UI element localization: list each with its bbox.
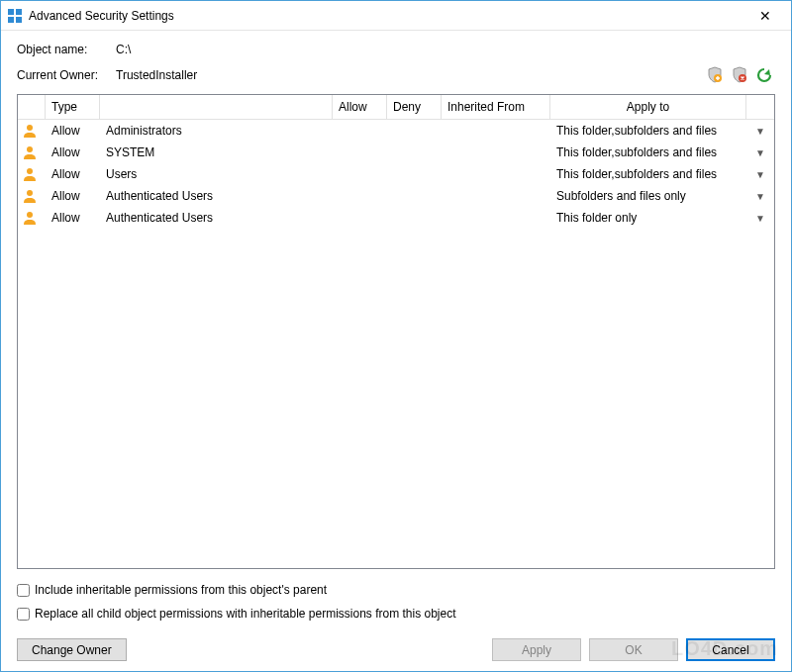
table-header: Type Allow Deny Inherited From Apply to — [18, 95, 774, 120]
cell-type: Allow — [46, 144, 100, 161]
cell-deny — [387, 194, 442, 198]
permissions-table: Type Allow Deny Inherited From Apply to … — [17, 94, 775, 569]
replace-child-label[interactable]: Replace all child object permissions wit… — [35, 607, 456, 621]
button-row: Change Owner Apply OK Cancel — [17, 630, 775, 661]
chevron-down-icon[interactable]: ▼ — [746, 167, 774, 182]
user-icon — [18, 164, 46, 184]
table-row[interactable]: AllowUsersThis folder,subfolders and fil… — [18, 163, 774, 185]
cell-name: Administrators — [100, 122, 333, 140]
shield-add-icon[interactable] — [704, 64, 726, 86]
table-row[interactable]: AllowAuthenticated UsersSubfolders and f… — [18, 185, 774, 207]
ok-button: OK — [589, 638, 678, 661]
cell-apply: This folder only — [550, 209, 746, 227]
refresh-icon[interactable] — [753, 64, 775, 86]
col-header-dropdown — [746, 95, 774, 119]
svg-rect-0 — [8, 9, 14, 15]
chevron-down-icon[interactable]: ▼ — [746, 189, 774, 204]
table-body: AllowAdministratorsThis folder,subfolder… — [18, 120, 774, 568]
chevron-down-icon[interactable]: ▼ — [746, 211, 774, 226]
change-owner-button[interactable]: Change Owner — [17, 638, 127, 661]
cell-type: Allow — [46, 187, 100, 205]
user-icon — [18, 121, 46, 141]
cell-inherited — [442, 216, 550, 220]
cancel-button[interactable]: Cancel — [686, 638, 775, 661]
cell-name: Authenticated Users — [100, 187, 333, 205]
user-icon — [18, 143, 46, 162]
include-inheritable-checkbox[interactable] — [17, 584, 30, 597]
shield-remove-icon[interactable] — [729, 64, 750, 86]
col-header-inherited[interactable]: Inherited From — [442, 95, 550, 119]
cell-type: Allow — [46, 165, 100, 183]
chevron-down-icon[interactable]: ▼ — [746, 124, 774, 139]
cell-deny — [387, 129, 442, 133]
apply-button: Apply — [492, 638, 581, 661]
cell-type: Allow — [46, 122, 100, 140]
cell-allow — [333, 150, 387, 154]
cell-inherited — [442, 129, 550, 133]
cell-apply: Subfolders and files only — [550, 187, 746, 205]
include-inheritable-label[interactable]: Include inheritable permissions from thi… — [35, 583, 327, 597]
user-icon — [18, 208, 46, 228]
cell-allow — [333, 129, 387, 133]
cell-deny — [387, 172, 442, 176]
user-icon — [18, 186, 46, 206]
replace-child-checkbox[interactable] — [17, 608, 30, 621]
cell-deny — [387, 216, 442, 220]
col-header-name[interactable] — [100, 95, 333, 119]
chevron-down-icon[interactable]: ▼ — [746, 145, 774, 160]
cell-name: Authenticated Users — [100, 209, 333, 227]
col-header-icon[interactable] — [18, 95, 46, 119]
svg-point-10 — [27, 212, 33, 218]
svg-point-6 — [27, 125, 33, 131]
cell-allow — [333, 216, 387, 220]
col-header-deny[interactable]: Deny — [387, 95, 442, 119]
cell-inherited — [442, 194, 550, 198]
object-name-label: Object name: — [17, 43, 116, 56]
cell-type: Allow — [46, 209, 100, 227]
cell-name: SYSTEM — [100, 144, 333, 161]
cell-allow — [333, 194, 387, 198]
cell-apply: This folder,subfolders and files — [550, 144, 746, 161]
col-header-allow[interactable]: Allow — [333, 95, 387, 119]
object-name-row: Object name: C:\ — [17, 43, 775, 56]
current-owner-value: TrustedInstaller — [116, 68, 197, 82]
current-owner-label: Current Owner: — [17, 68, 116, 82]
current-owner-row: Current Owner: TrustedInstaller — [17, 64, 775, 86]
window: Advanced Security Settings ✕ Object name… — [0, 0, 792, 672]
cell-apply: This folder,subfolders and files — [550, 122, 746, 140]
app-icon — [7, 8, 23, 24]
svg-rect-2 — [8, 17, 14, 23]
svg-rect-3 — [16, 17, 22, 23]
cell-inherited — [442, 150, 550, 154]
cell-deny — [387, 150, 442, 154]
cell-apply: This folder,subfolders and files — [550, 165, 746, 183]
col-header-type[interactable]: Type — [46, 95, 100, 119]
cell-inherited — [442, 172, 550, 176]
object-name-value: C:\ — [116, 43, 131, 56]
content-area: Object name: C:\ Current Owner: TrustedI… — [1, 31, 791, 671]
close-button[interactable]: ✕ — [745, 2, 785, 30]
table-row[interactable]: AllowSYSTEMThis folder,subfolders and fi… — [18, 142, 774, 163]
svg-point-8 — [27, 168, 33, 174]
window-title: Advanced Security Settings — [29, 9, 745, 23]
col-header-apply[interactable]: Apply to — [550, 95, 746, 119]
cell-name: Users — [100, 165, 333, 183]
svg-rect-1 — [16, 9, 22, 15]
svg-point-7 — [27, 146, 33, 152]
table-row[interactable]: AllowAuthenticated UsersThis folder only… — [18, 207, 774, 229]
cell-allow — [333, 172, 387, 176]
table-row[interactable]: AllowAdministratorsThis folder,subfolder… — [18, 120, 774, 142]
include-inheritable-row: Include inheritable permissions from thi… — [17, 583, 775, 597]
titlebar: Advanced Security Settings ✕ — [1, 1, 791, 31]
replace-child-row: Replace all child object permissions wit… — [17, 607, 775, 621]
svg-point-9 — [27, 190, 33, 196]
